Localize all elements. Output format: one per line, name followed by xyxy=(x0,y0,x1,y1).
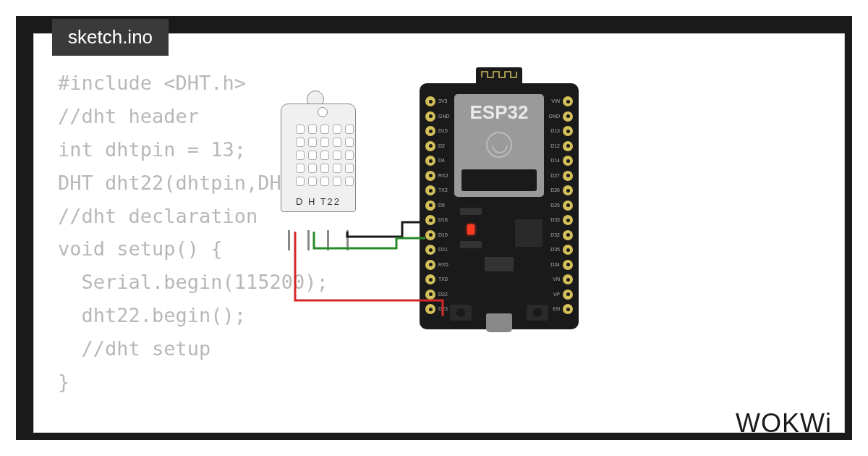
esp32-pin[interactable] xyxy=(563,200,573,211)
esp32-pin[interactable] xyxy=(425,230,435,240)
esp32-pin[interactable] xyxy=(563,126,573,136)
esp32-pin[interactable] xyxy=(425,156,435,166)
esp32-pin[interactable] xyxy=(425,185,435,195)
dht22-mount-hole xyxy=(318,107,328,117)
esp32-board[interactable]: ESP32 3V3GNDD15D2D4RX2TX2D5D18D19D21RX0T… xyxy=(420,83,579,329)
dht22-pin-nc[interactable] xyxy=(327,230,329,250)
esp32-en-button[interactable] xyxy=(450,305,472,321)
esp32-pin[interactable] xyxy=(425,260,435,270)
dht22-body: D H T22 xyxy=(281,104,356,212)
dht22-grille xyxy=(296,124,354,186)
file-tab-label: sketch.ino xyxy=(68,26,153,48)
esp32-pin[interactable] xyxy=(563,156,573,166)
esp32-pin-labels-left: 3V3GNDD15D2D4RX2TX2D5D18D19D21RX0TX0D22D… xyxy=(438,96,450,314)
esp32-pin-labels-right: VINGNDD13D12D14D27D26D25D33D32D35D34VNVP… xyxy=(548,96,560,314)
esp32-pin[interactable] xyxy=(425,96,435,106)
esp32-pin[interactable] xyxy=(563,215,573,225)
dht22-label: D H T22 xyxy=(281,196,355,207)
esp32-pin[interactable] xyxy=(563,245,573,255)
esp32-pin[interactable] xyxy=(563,171,573,181)
dht22-pin-gnd[interactable] xyxy=(346,230,349,250)
esp32-pin[interactable] xyxy=(425,274,435,284)
esp32-pins-right xyxy=(563,96,573,314)
esp32-pin[interactable] xyxy=(563,96,573,106)
esp32-pin[interactable] xyxy=(425,304,435,314)
esp32-smd-component xyxy=(485,257,514,271)
esp32-pin[interactable] xyxy=(563,260,573,270)
esp32-smd-component xyxy=(460,241,482,248)
esp32-metal-shield: ESP32 xyxy=(454,94,544,197)
esp32-pin[interactable] xyxy=(425,215,435,225)
esp32-boot-button[interactable] xyxy=(527,305,548,321)
esp32-pin[interactable] xyxy=(563,141,573,151)
esp32-usb-port xyxy=(486,313,512,332)
esp32-regulator-chip xyxy=(515,219,542,247)
esp32-power-led xyxy=(467,224,475,235)
esp32-pin[interactable] xyxy=(563,304,573,314)
esp32-antenna xyxy=(476,67,522,83)
esp32-pin[interactable] xyxy=(425,171,435,181)
esp32-pin[interactable] xyxy=(563,185,573,195)
esp32-pin[interactable] xyxy=(425,200,435,211)
dht22-pin-data[interactable] xyxy=(307,230,310,250)
esp32-pin[interactable] xyxy=(563,290,573,300)
esp32-shield-cutout xyxy=(461,169,537,191)
esp32-pins-left xyxy=(425,96,435,314)
esp32-pin[interactable] xyxy=(425,290,435,300)
esp32-pin[interactable] xyxy=(563,111,573,122)
dht22-pins xyxy=(288,230,349,250)
esp32-pin[interactable] xyxy=(425,141,435,151)
file-tab[interactable]: sketch.ino xyxy=(52,19,169,56)
esp32-pin[interactable] xyxy=(425,245,435,255)
espressif-logo-icon xyxy=(486,132,512,158)
antenna-trace-icon xyxy=(480,70,518,79)
esp32-pin[interactable] xyxy=(425,111,435,122)
dht22-sensor[interactable]: D H T22 xyxy=(275,104,362,230)
esp32-pin[interactable] xyxy=(563,274,573,284)
esp32-pin[interactable] xyxy=(425,126,435,136)
dht22-pin-vcc[interactable] xyxy=(288,230,290,250)
wokwi-brand: WOKWi xyxy=(736,408,832,439)
esp32-smd-component xyxy=(460,208,482,215)
esp32-pin[interactable] xyxy=(563,230,573,240)
circuit-diagram[interactable]: D H T22 ESP32 3V3GNDD15D2D4RX2TX2D5D18D xyxy=(275,83,680,344)
esp32-chip-label: ESP32 xyxy=(454,101,544,124)
